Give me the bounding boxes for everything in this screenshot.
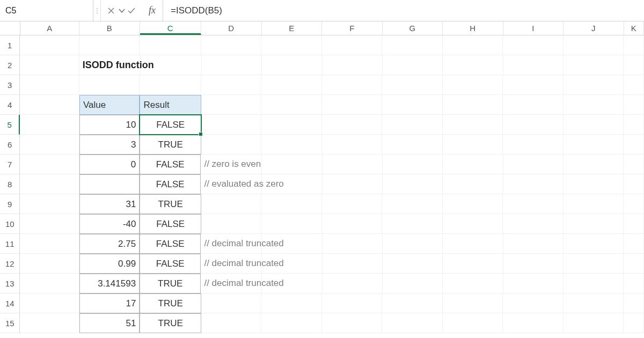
col-header-E[interactable]: E <box>262 21 323 35</box>
cell-K1[interactable] <box>624 35 644 55</box>
cell-G9[interactable] <box>382 194 442 214</box>
cell-E11[interactable] <box>262 234 322 254</box>
cell-H8[interactable] <box>443 174 503 194</box>
cell-K12[interactable] <box>624 254 644 274</box>
cell-K10[interactable] <box>624 214 644 234</box>
cell-J13[interactable] <box>564 274 624 293</box>
row-header-10[interactable]: 10 <box>0 214 20 234</box>
row-header-7[interactable]: 7 <box>0 155 20 174</box>
cell-H12[interactable] <box>443 254 503 274</box>
cell-J15[interactable] <box>564 313 624 333</box>
insert-function-button[interactable]: fx <box>142 0 163 21</box>
cell-A7[interactable] <box>20 155 79 174</box>
cell-E15[interactable] <box>261 313 321 333</box>
cell-J6[interactable] <box>564 135 624 155</box>
cell-H3[interactable] <box>443 75 503 95</box>
cell-I8[interactable] <box>503 174 564 194</box>
cell-H2[interactable] <box>443 55 503 75</box>
cell-E10[interactable] <box>261 214 321 234</box>
cell-J10[interactable] <box>564 214 624 234</box>
cell-H14[interactable] <box>443 293 503 313</box>
cell-C9[interactable]: TRUE <box>140 194 201 214</box>
row-header-11[interactable]: 11 <box>0 234 20 254</box>
cell-H5[interactable] <box>443 115 503 135</box>
cell-K4[interactable] <box>624 95 644 115</box>
cell-J11[interactable] <box>564 234 624 254</box>
cell-F11[interactable] <box>323 234 383 254</box>
cell-G6[interactable] <box>382 135 442 155</box>
cell-C2[interactable] <box>141 55 202 75</box>
cell-I3[interactable] <box>503 75 564 95</box>
cell-F2[interactable] <box>323 55 383 75</box>
cell-B15[interactable]: 51 <box>79 313 140 333</box>
cell-F4[interactable] <box>322 95 382 115</box>
cell-A9[interactable] <box>20 194 79 214</box>
cell-K14[interactable] <box>624 293 644 313</box>
cell-H10[interactable] <box>443 214 503 234</box>
cell-G2[interactable] <box>383 55 443 75</box>
cell-H7[interactable] <box>443 155 503 174</box>
cell-C11[interactable]: FALSE <box>140 234 201 254</box>
cell-I15[interactable] <box>503 313 563 333</box>
cell-E7[interactable] <box>262 155 322 174</box>
cell-B5[interactable]: 10 <box>79 115 140 135</box>
col-header-A[interactable]: A <box>20 21 80 35</box>
cell-E4[interactable] <box>261 95 321 115</box>
cell-F10[interactable] <box>322 214 382 234</box>
col-header-D[interactable]: D <box>201 21 262 35</box>
cell-A15[interactable] <box>20 313 79 333</box>
cell-K5[interactable] <box>624 115 644 135</box>
cell-A12[interactable] <box>20 254 79 274</box>
cell-D15[interactable] <box>201 313 261 333</box>
cell-D14[interactable] <box>201 293 261 313</box>
cell-G5[interactable] <box>382 115 442 135</box>
row-header-15[interactable]: 15 <box>0 313 20 333</box>
cell-I11[interactable] <box>503 234 564 254</box>
col-header-G[interactable]: G <box>383 21 443 35</box>
cell-H1[interactable] <box>443 35 503 55</box>
cell-F12[interactable] <box>323 254 383 274</box>
cell-D3[interactable] <box>201 75 262 95</box>
cell-E6[interactable] <box>261 135 321 155</box>
cell-A13[interactable] <box>20 274 79 293</box>
cell-G1[interactable] <box>382 35 443 55</box>
cell-C14[interactable]: TRUE <box>140 293 201 313</box>
cell-E8[interactable] <box>262 174 322 194</box>
cell-F5[interactable] <box>322 115 382 135</box>
cell-D12[interactable]: // decimal truncated <box>201 254 262 274</box>
cell-A5[interactable] <box>20 115 79 135</box>
cell-D7[interactable]: // zero is even <box>201 155 262 174</box>
cell-E3[interactable] <box>261 75 322 95</box>
cell-D6[interactable] <box>201 135 261 155</box>
cell-F9[interactable] <box>322 194 382 214</box>
cell-J3[interactable] <box>564 75 624 95</box>
cell-I1[interactable] <box>503 35 564 55</box>
cell-J12[interactable] <box>564 254 624 274</box>
cell-A1[interactable] <box>20 35 79 55</box>
cell-J1[interactable] <box>564 35 624 55</box>
cell-I5[interactable] <box>503 115 563 135</box>
cell-J14[interactable] <box>564 293 624 313</box>
row-header-4[interactable]: 4 <box>0 95 20 115</box>
cell-C12[interactable]: FALSE <box>140 254 201 274</box>
cell-K9[interactable] <box>624 194 644 214</box>
row-header-8[interactable]: 8 <box>0 174 20 194</box>
cell-A4[interactable] <box>20 95 79 115</box>
col-header-K[interactable]: K <box>624 21 644 35</box>
name-box[interactable] <box>0 0 118 21</box>
cell-B14[interactable]: 17 <box>79 293 140 313</box>
cell-J7[interactable] <box>564 155 624 174</box>
cell-D1[interactable] <box>201 35 262 55</box>
cell-A8[interactable] <box>20 174 79 194</box>
cell-C10[interactable]: FALSE <box>140 214 201 234</box>
cell-D4[interactable] <box>201 95 261 115</box>
cell-C1[interactable] <box>140 35 201 55</box>
cell-E9[interactable] <box>261 194 321 214</box>
col-header-H[interactable]: H <box>443 21 503 35</box>
cell-I10[interactable] <box>503 214 563 234</box>
cell-D5[interactable] <box>201 115 261 135</box>
cell-F3[interactable] <box>322 75 383 95</box>
cell-B8[interactable] <box>79 174 140 194</box>
cell-I4[interactable] <box>503 95 563 115</box>
formula-input[interactable] <box>163 0 644 21</box>
